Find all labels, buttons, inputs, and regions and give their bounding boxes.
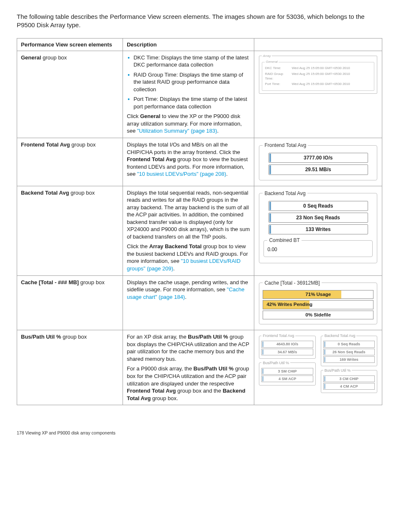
stat-bar — [269, 225, 271, 234]
row-cache-description: Displays the cache usage, pending writes… — [123, 275, 254, 330]
mini-stat-text: 4643.80 IO/s — [276, 342, 298, 346]
general-bullets: DKC Time: Displays the time stamp of the… — [127, 54, 250, 111]
row-cache-element: Cache [Total - ### MB] group box — [17, 275, 123, 330]
dkc-time-value: Wed Aug 25 15:05:00 GMT+0530 2010 — [292, 66, 371, 71]
frontend-io-value: 3777.00 IO/s — [304, 155, 332, 161]
row-general-element: General group box — [17, 51, 123, 138]
writes-stat: 133 Writes — [269, 224, 368, 234]
table-row: Backend Total Avg group box Displays the… — [17, 186, 382, 275]
stat-bar — [324, 350, 325, 355]
general-legend: General — [265, 60, 278, 64]
row-frontend-description: Displays the total I/Os and MB/s on all … — [123, 138, 254, 186]
time-row: Port Time:Wed Aug 25 15:05:00 GMT+0530 2… — [265, 82, 371, 87]
backend-suffix: group box — [69, 190, 95, 196]
cache-writes-row: 42% Writes Pending — [263, 300, 373, 309]
backend-legend: Backend Total Avg — [263, 190, 307, 197]
mini-backend-legend: Backend Total Avg — [323, 333, 357, 338]
buspath-label: Bus/Path Util % — [21, 334, 61, 340]
array-legend: Array — [262, 54, 271, 59]
header-description: Description — [123, 38, 254, 51]
buspath-left-col: Frontend Total Avg 4643.80 IO/s 34.67 MB… — [258, 333, 316, 395]
row-backend-element: Backend Total Avg group box — [17, 186, 123, 275]
backend-d2a: Click the — [127, 243, 149, 249]
mini-stat-text: 3 CM CHIP — [340, 377, 359, 381]
header-elements: Performance View screen elements — [17, 38, 123, 51]
general-label: General — [21, 54, 41, 61]
cache-usage-text: 71% Usage — [265, 291, 371, 298]
row-frontend-visual: Frontend Total Avg 3777.00 IO/s 29.51 MB… — [254, 138, 382, 186]
frontend-suffix: group box — [70, 141, 95, 148]
stat-bar — [269, 202, 271, 210]
general-visual-outer: Array General DKC Time:Wed Aug 25 15:05:… — [259, 54, 377, 94]
cache-sidefile-text: 0% Sidefile — [265, 312, 371, 319]
time-row: DKC Time:Wed Aug 25 15:05:00 GMT+0530 20… — [265, 66, 371, 71]
mini-buspath-right: Bus/Path Util % 3 CM CHIP 4 CM ACP — [321, 368, 377, 393]
backend-d3: . — [173, 265, 175, 272]
stat-bar — [269, 154, 271, 162]
general-after3: . — [217, 128, 219, 134]
row-backend-visual: Backend Total Avg 0 Seq Reads 23 Non Seq… — [254, 186, 382, 275]
combined-bt-legend: Combined BT — [267, 237, 301, 244]
backend-d1: Displays the total sequential reads, non… — [127, 189, 250, 241]
buspath-p2: For a P9000 disk array, the Bus/Path Uti… — [127, 365, 250, 402]
port-time-value: Wed Aug 25 15:05:00 GMT+0530 2010 — [292, 82, 371, 87]
mini-backend: Backend Total Avg 0 Seq Reads 26 Non Seq… — [321, 333, 377, 366]
busiest-ldevs-ports-link[interactable]: "10 busiest LDEVs/Ports" (page 208) — [137, 171, 226, 177]
bp-p2a: For a P9000 disk array, the — [127, 365, 193, 372]
mini-stat: 34.67 MB/s — [261, 349, 313, 355]
mini-stat-text: 4 SM ACP — [279, 377, 296, 381]
raid-time-label: RAID Group Time: — [265, 72, 292, 81]
stat-bar — [269, 165, 271, 174]
general-suffix: group box — [41, 54, 66, 61]
frontend-mb-stat: 29.51 MB/s — [269, 164, 368, 175]
mini-buspath-left: Bus/Path Util % 3 SM CHIP 4 SM ACP — [259, 360, 315, 386]
combined-bt-value: 0.00 — [267, 246, 369, 253]
mini-stat-text: 3 SM CHIP — [278, 369, 297, 373]
writes-value: 133 Writes — [306, 226, 331, 232]
nonseq-reads-stat: 23 Non Seq Reads — [269, 213, 368, 223]
buspath-suffix: group box — [61, 334, 87, 340]
mini-stat: 4 SM ACP — [261, 375, 313, 382]
stat-bar — [262, 342, 263, 347]
dkc-time-label: DKC Time: — [265, 66, 292, 71]
frontend-d1: Displays the total I/Os and MB/s on all … — [127, 141, 240, 155]
list-item: DKC Time: Displays the time stamp of the… — [133, 54, 250, 69]
table-row: Bus/Path Util % group box For an XP disk… — [17, 330, 382, 405]
bp-p2b: Bus/Path Util % — [194, 365, 234, 372]
stat-bar — [262, 350, 263, 355]
cache-writes-text: 42% Writes Pending — [265, 301, 371, 308]
buspath-right-col: Backend Total Avg 0 Seq Reads 26 Non Seq… — [320, 333, 378, 395]
backend-d2: Click the Array Backend Total group box … — [127, 243, 250, 272]
row-cache-visual: Cache [Total - 36912MB] 71% Usage 42% Wr… — [254, 275, 382, 330]
nonseq-reads-value: 23 Non Seq Reads — [296, 215, 340, 221]
buspath-visual: Frontend Total Avg 4643.80 IO/s 34.67 MB… — [258, 333, 378, 395]
cache-usage-row: 71% Usage — [263, 290, 373, 299]
cache-label: Cache [Total - ### MB] — [21, 279, 79, 285]
row-buspath-element: Bus/Path Util % group box — [17, 330, 123, 405]
stat-bar — [324, 376, 325, 381]
port-time-label: Port Time: — [265, 82, 292, 87]
frontend-mb-value: 29.51 MB/s — [305, 167, 331, 172]
table-row: General group box DKC Time: Displays the… — [17, 51, 382, 138]
table-row: Cache [Total - ### MB] group box Display… — [17, 275, 382, 330]
frontend-io-stat: 3777.00 IO/s — [269, 153, 368, 163]
mini-stat-text: 0 Seq Reads — [338, 342, 361, 346]
general-after-bold: General — [140, 113, 160, 119]
backend-visual: Backend Total Avg 0 Seq Reads 23 Non Seq… — [259, 190, 377, 263]
utilization-summary-link[interactable]: "Utilization Summary" (page 183) — [137, 128, 217, 134]
mini-buspath-left-legend: Bus/Path Util % — [261, 360, 290, 365]
intro-paragraph: The following table describes the Perfor… — [17, 13, 382, 30]
mini-stat: 3 SM CHIP — [261, 368, 313, 375]
stat-bar — [262, 369, 263, 374]
backend-label: Backend Total Avg — [21, 190, 69, 196]
cache-sidefile-row: 0% Sidefile — [263, 311, 373, 320]
frontend-label: Frontend Total Avg — [21, 141, 70, 148]
cache-visual: Cache [Total - 36912MB] 71% Usage 42% Wr… — [259, 280, 377, 325]
general-visual-inner: General DKC Time:Wed Aug 25 15:05:00 GMT… — [262, 60, 374, 91]
bp-p1b: Bus/Path Util % — [188, 334, 228, 340]
row-backend-description: Displays the total sequential reads, non… — [123, 186, 254, 275]
stat-bar — [324, 357, 325, 362]
stat-bar — [269, 213, 271, 222]
row-general-description: DKC Time: Displays the time stamp of the… — [123, 51, 254, 138]
mini-stat-text: 169 Writes — [340, 357, 358, 362]
